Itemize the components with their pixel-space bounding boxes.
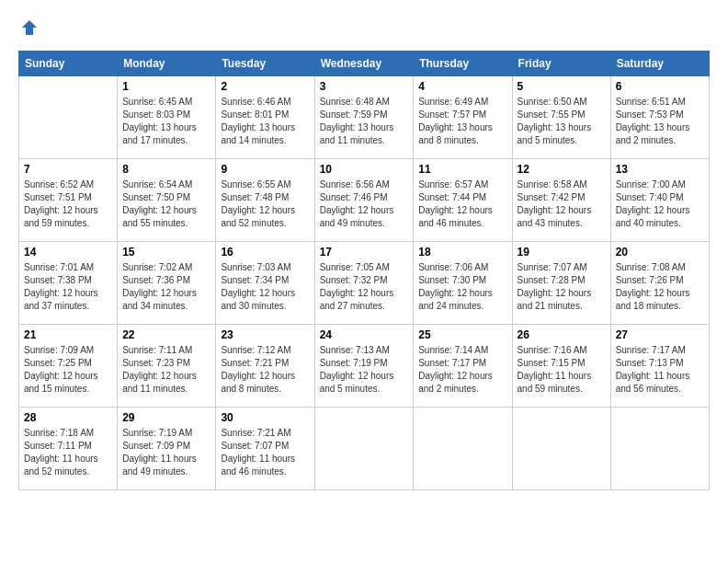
day-info: Sunrise: 6:46 AM Sunset: 8:01 PM Dayligh… (221, 96, 309, 147)
day-number: 8 (122, 163, 210, 176)
calendar-cell (19, 76, 118, 159)
day-info: Sunrise: 7:02 AM Sunset: 7:36 PM Dayligh… (122, 261, 210, 313)
day-number: 6 (616, 80, 704, 93)
calendar-cell: 16Sunrise: 7:03 AM Sunset: 7:34 PM Dayli… (216, 242, 314, 325)
day-info: Sunrise: 6:52 AM Sunset: 7:51 PM Dayligh… (24, 178, 112, 230)
day-number: 25 (418, 328, 506, 341)
calendar-week-row: 1Sunrise: 6:45 AM Sunset: 8:03 PM Daylig… (19, 76, 710, 159)
day-info: Sunrise: 7:17 AM Sunset: 7:13 PM Dayligh… (616, 344, 704, 396)
calendar-cell: 15Sunrise: 7:02 AM Sunset: 7:36 PM Dayli… (118, 242, 216, 325)
calendar-week-row: 21Sunrise: 7:09 AM Sunset: 7:25 PM Dayli… (19, 325, 710, 408)
calendar-cell: 27Sunrise: 7:17 AM Sunset: 7:13 PM Dayli… (610, 325, 709, 408)
calendar-week-row: 28Sunrise: 7:18 AM Sunset: 7:11 PM Dayli… (19, 408, 710, 490)
day-info: Sunrise: 6:56 AM Sunset: 7:46 PM Dayligh… (320, 178, 409, 230)
day-number: 13 (616, 163, 704, 176)
calendar-cell (610, 408, 709, 490)
calendar-cell: 23Sunrise: 7:12 AM Sunset: 7:21 PM Dayli… (216, 325, 314, 408)
day-number: 11 (418, 163, 506, 176)
calendar-cell: 17Sunrise: 7:05 AM Sunset: 7:32 PM Dayli… (314, 242, 414, 325)
day-info: Sunrise: 6:51 AM Sunset: 7:53 PM Dayligh… (616, 96, 704, 147)
day-info: Sunrise: 7:01 AM Sunset: 7:38 PM Dayligh… (24, 261, 112, 313)
day-of-week-header: Tuesday (216, 52, 314, 76)
day-number: 14 (24, 246, 112, 259)
day-number: 30 (221, 411, 309, 424)
day-number: 17 (320, 246, 409, 259)
calendar-cell: 1Sunrise: 6:45 AM Sunset: 8:03 PM Daylig… (118, 76, 216, 159)
day-info: Sunrise: 7:05 AM Sunset: 7:32 PM Dayligh… (320, 261, 409, 313)
logo-icon (20, 18, 39, 37)
day-of-week-header: Saturday (610, 52, 709, 76)
day-number: 22 (122, 328, 210, 341)
calendar-cell: 19Sunrise: 7:07 AM Sunset: 7:28 PM Dayli… (512, 242, 610, 325)
calendar-week-row: 7Sunrise: 6:52 AM Sunset: 7:51 PM Daylig… (19, 159, 710, 242)
day-of-week-header: Sunday (19, 52, 118, 76)
calendar: SundayMondayTuesdayWednesdayThursdayFrid… (18, 51, 710, 490)
calendar-cell (314, 408, 414, 490)
calendar-cell: 3Sunrise: 6:48 AM Sunset: 7:59 PM Daylig… (314, 76, 414, 159)
calendar-cell: 24Sunrise: 7:13 AM Sunset: 7:19 PM Dayli… (314, 325, 414, 408)
calendar-week-row: 14Sunrise: 7:01 AM Sunset: 7:38 PM Dayli… (19, 242, 710, 325)
day-info: Sunrise: 6:58 AM Sunset: 7:42 PM Dayligh… (518, 178, 606, 230)
day-info: Sunrise: 7:21 AM Sunset: 7:07 PM Dayligh… (221, 427, 309, 478)
day-info: Sunrise: 7:14 AM Sunset: 7:17 PM Dayligh… (418, 344, 506, 396)
day-number: 24 (320, 328, 409, 341)
day-info: Sunrise: 7:13 AM Sunset: 7:19 PM Dayligh… (320, 344, 409, 396)
day-number: 15 (122, 246, 210, 259)
calendar-cell: 13Sunrise: 7:00 AM Sunset: 7:40 PM Dayli… (610, 159, 709, 242)
day-number: 28 (24, 411, 112, 424)
calendar-cell: 11Sunrise: 6:57 AM Sunset: 7:44 PM Dayli… (414, 159, 512, 242)
day-number: 9 (221, 163, 309, 176)
day-info: Sunrise: 7:12 AM Sunset: 7:21 PM Dayligh… (221, 344, 309, 396)
day-number: 20 (616, 246, 704, 259)
day-number: 12 (518, 163, 606, 176)
day-number: 27 (616, 328, 704, 341)
calendar-cell: 25Sunrise: 7:14 AM Sunset: 7:17 PM Dayli… (414, 325, 512, 408)
day-number: 29 (122, 411, 210, 424)
day-info: Sunrise: 7:16 AM Sunset: 7:15 PM Dayligh… (518, 344, 606, 396)
day-number: 3 (320, 80, 409, 93)
calendar-cell: 12Sunrise: 6:58 AM Sunset: 7:42 PM Dayli… (512, 159, 610, 242)
day-number: 2 (221, 80, 309, 93)
calendar-cell: 21Sunrise: 7:09 AM Sunset: 7:25 PM Dayli… (19, 325, 118, 408)
calendar-cell: 14Sunrise: 7:01 AM Sunset: 7:38 PM Dayli… (19, 242, 118, 325)
calendar-cell: 7Sunrise: 6:52 AM Sunset: 7:51 PM Daylig… (19, 159, 118, 242)
calendar-cell: 5Sunrise: 6:50 AM Sunset: 7:55 PM Daylig… (512, 76, 610, 159)
day-info: Sunrise: 6:55 AM Sunset: 7:48 PM Dayligh… (221, 178, 309, 230)
day-number: 26 (518, 328, 606, 341)
calendar-cell: 2Sunrise: 6:46 AM Sunset: 8:01 PM Daylig… (216, 76, 314, 159)
day-info: Sunrise: 7:09 AM Sunset: 7:25 PM Dayligh… (24, 344, 112, 396)
day-number: 4 (418, 80, 506, 93)
logo (18, 18, 39, 41)
day-info: Sunrise: 7:03 AM Sunset: 7:34 PM Dayligh… (221, 261, 309, 313)
calendar-cell: 10Sunrise: 6:56 AM Sunset: 7:46 PM Dayli… (314, 159, 414, 242)
day-of-week-header: Monday (118, 52, 216, 76)
day-info: Sunrise: 6:45 AM Sunset: 8:03 PM Dayligh… (122, 96, 210, 147)
day-of-week-header: Wednesday (314, 52, 414, 76)
day-number: 10 (320, 163, 409, 176)
day-info: Sunrise: 7:08 AM Sunset: 7:26 PM Dayligh… (616, 261, 704, 313)
calendar-cell: 28Sunrise: 7:18 AM Sunset: 7:11 PM Dayli… (19, 408, 118, 490)
day-info: Sunrise: 7:00 AM Sunset: 7:40 PM Dayligh… (616, 178, 704, 230)
day-info: Sunrise: 7:11 AM Sunset: 7:23 PM Dayligh… (122, 344, 210, 396)
day-number: 18 (418, 246, 506, 259)
calendar-cell (512, 408, 610, 490)
day-info: Sunrise: 7:18 AM Sunset: 7:11 PM Dayligh… (24, 427, 112, 478)
calendar-cell: 22Sunrise: 7:11 AM Sunset: 7:23 PM Dayli… (118, 325, 216, 408)
calendar-cell: 18Sunrise: 7:06 AM Sunset: 7:30 PM Dayli… (414, 242, 512, 325)
day-info: Sunrise: 6:49 AM Sunset: 7:57 PM Dayligh… (418, 96, 506, 147)
day-info: Sunrise: 6:50 AM Sunset: 7:55 PM Dayligh… (518, 96, 606, 147)
calendar-cell: 29Sunrise: 7:19 AM Sunset: 7:09 PM Dayli… (118, 408, 216, 490)
calendar-cell: 9Sunrise: 6:55 AM Sunset: 7:48 PM Daylig… (216, 159, 314, 242)
day-info: Sunrise: 7:06 AM Sunset: 7:30 PM Dayligh… (418, 261, 506, 313)
day-number: 1 (122, 80, 210, 93)
day-info: Sunrise: 6:54 AM Sunset: 7:50 PM Dayligh… (122, 178, 210, 230)
calendar-cell: 4Sunrise: 6:49 AM Sunset: 7:57 PM Daylig… (414, 76, 512, 159)
day-info: Sunrise: 6:57 AM Sunset: 7:44 PM Dayligh… (418, 178, 506, 230)
day-info: Sunrise: 7:19 AM Sunset: 7:09 PM Dayligh… (122, 427, 210, 478)
calendar-cell: 6Sunrise: 6:51 AM Sunset: 7:53 PM Daylig… (610, 76, 709, 159)
calendar-cell: 26Sunrise: 7:16 AM Sunset: 7:15 PM Dayli… (512, 325, 610, 408)
day-number: 5 (518, 80, 606, 93)
day-info: Sunrise: 6:48 AM Sunset: 7:59 PM Dayligh… (320, 96, 409, 147)
day-number: 19 (518, 246, 606, 259)
day-number: 16 (221, 246, 309, 259)
